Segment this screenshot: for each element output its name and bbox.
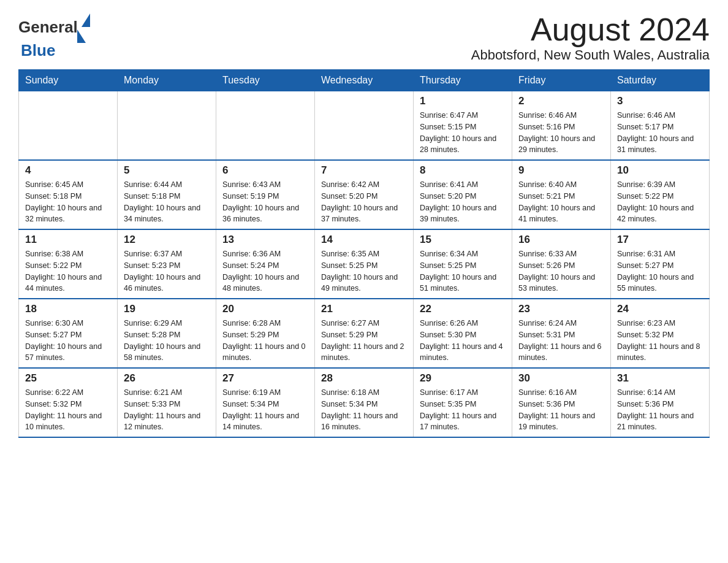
day-number: 24 (617, 303, 703, 315)
calendar-day-23: 23Sunrise: 6:24 AM Sunset: 5:31 PM Dayli… (512, 299, 611, 368)
calendar-day-7: 7Sunrise: 6:42 AM Sunset: 5:20 PM Daylig… (315, 160, 414, 229)
calendar-day-30: 30Sunrise: 6:16 AM Sunset: 5:36 PM Dayli… (512, 368, 611, 437)
calendar-table: SundayMondayTuesdayWednesdayThursdayFrid… (18, 69, 710, 438)
calendar-day-16: 16Sunrise: 6:33 AM Sunset: 5:26 PM Dayli… (512, 229, 611, 299)
location-title: Abbotsford, New South Wales, Australia (471, 47, 710, 63)
day-number: 11 (25, 234, 111, 246)
day-info: Sunrise: 6:23 AM Sunset: 5:32 PM Dayligh… (617, 318, 703, 364)
calendar-day-28: 28Sunrise: 6:18 AM Sunset: 5:34 PM Dayli… (315, 368, 414, 437)
calendar-day-18: 18Sunrise: 6:30 AM Sunset: 5:27 PM Dayli… (19, 299, 118, 368)
day-info: Sunrise: 6:28 AM Sunset: 5:29 PM Dayligh… (222, 318, 308, 364)
calendar-empty-cell (19, 91, 118, 161)
day-info: Sunrise: 6:31 AM Sunset: 5:27 PM Dayligh… (617, 248, 703, 294)
day-info: Sunrise: 6:14 AM Sunset: 5:36 PM Dayligh… (617, 387, 703, 433)
day-info: Sunrise: 6:43 AM Sunset: 5:19 PM Dayligh… (222, 179, 308, 225)
day-number: 19 (124, 303, 210, 315)
logo-general-text: General (18, 18, 78, 36)
calendar-week-row: 1Sunrise: 6:47 AM Sunset: 5:15 PM Daylig… (19, 91, 710, 161)
day-number: 4 (25, 164, 111, 177)
weekday-header-friday: Friday (512, 70, 611, 91)
day-number: 29 (420, 372, 506, 385)
logo-triangle-top (82, 13, 90, 27)
calendar-empty-cell (118, 91, 216, 161)
calendar-day-3: 3Sunrise: 6:46 AM Sunset: 5:17 PM Daylig… (611, 91, 710, 161)
day-info: Sunrise: 6:24 AM Sunset: 5:31 PM Dayligh… (518, 318, 604, 364)
day-info: Sunrise: 6:34 AM Sunset: 5:25 PM Dayligh… (420, 248, 506, 294)
calendar-day-13: 13Sunrise: 6:36 AM Sunset: 5:24 PM Dayli… (216, 229, 315, 299)
day-info: Sunrise: 6:16 AM Sunset: 5:36 PM Dayligh… (518, 387, 604, 433)
day-info: Sunrise: 6:30 AM Sunset: 5:27 PM Dayligh… (25, 318, 111, 364)
day-info: Sunrise: 6:45 AM Sunset: 5:18 PM Dayligh… (25, 179, 111, 225)
day-number: 3 (617, 95, 703, 107)
calendar-day-14: 14Sunrise: 6:35 AM Sunset: 5:25 PM Dayli… (315, 229, 414, 299)
day-info: Sunrise: 6:44 AM Sunset: 5:18 PM Dayligh… (124, 179, 210, 225)
day-info: Sunrise: 6:17 AM Sunset: 5:35 PM Dayligh… (420, 387, 506, 433)
day-number: 16 (518, 234, 604, 246)
day-info: Sunrise: 6:29 AM Sunset: 5:28 PM Dayligh… (124, 318, 210, 364)
calendar-day-27: 27Sunrise: 6:19 AM Sunset: 5:34 PM Dayli… (216, 368, 315, 437)
day-number: 7 (321, 164, 407, 177)
calendar-empty-cell (216, 91, 315, 161)
weekday-header-sunday: Sunday (19, 70, 118, 91)
logo-blue-text: Blue (18, 42, 90, 59)
day-number: 10 (617, 164, 703, 177)
calendar-day-8: 8Sunrise: 6:41 AM Sunset: 5:20 PM Daylig… (414, 160, 512, 229)
day-info: Sunrise: 6:33 AM Sunset: 5:26 PM Dayligh… (518, 248, 604, 294)
calendar-day-24: 24Sunrise: 6:23 AM Sunset: 5:32 PM Dayli… (611, 299, 710, 368)
day-number: 26 (124, 372, 210, 385)
calendar-day-4: 4Sunrise: 6:45 AM Sunset: 5:18 PM Daylig… (19, 160, 118, 229)
calendar-week-row: 4Sunrise: 6:45 AM Sunset: 5:18 PM Daylig… (19, 160, 710, 229)
day-number: 17 (617, 234, 703, 246)
calendar-day-21: 21Sunrise: 6:27 AM Sunset: 5:29 PM Dayli… (315, 299, 414, 368)
day-info: Sunrise: 6:40 AM Sunset: 5:21 PM Dayligh… (518, 179, 604, 225)
day-number: 21 (321, 303, 407, 315)
day-number: 23 (518, 303, 604, 315)
month-title: August 2024 (471, 12, 710, 47)
day-info: Sunrise: 6:46 AM Sunset: 5:17 PM Dayligh… (617, 110, 703, 156)
weekday-header-monday: Monday (118, 70, 216, 91)
day-number: 25 (25, 372, 111, 385)
day-number: 22 (420, 303, 506, 315)
day-info: Sunrise: 6:41 AM Sunset: 5:20 PM Dayligh… (420, 179, 506, 225)
day-info: Sunrise: 6:22 AM Sunset: 5:32 PM Dayligh… (25, 387, 111, 433)
calendar-day-26: 26Sunrise: 6:21 AM Sunset: 5:33 PM Dayli… (118, 368, 216, 437)
day-info: Sunrise: 6:39 AM Sunset: 5:22 PM Dayligh… (617, 179, 703, 225)
calendar-day-1: 1Sunrise: 6:47 AM Sunset: 5:15 PM Daylig… (414, 91, 512, 161)
calendar-day-19: 19Sunrise: 6:29 AM Sunset: 5:28 PM Dayli… (118, 299, 216, 368)
day-info: Sunrise: 6:35 AM Sunset: 5:25 PM Dayligh… (321, 248, 407, 294)
day-number: 28 (321, 372, 407, 385)
calendar-day-31: 31Sunrise: 6:14 AM Sunset: 5:36 PM Dayli… (611, 368, 710, 437)
calendar-day-12: 12Sunrise: 6:37 AM Sunset: 5:23 PM Dayli… (118, 229, 216, 299)
day-number: 27 (222, 372, 308, 385)
weekday-header-tuesday: Tuesday (216, 70, 315, 91)
day-number: 18 (25, 303, 111, 315)
calendar-week-row: 18Sunrise: 6:30 AM Sunset: 5:27 PM Dayli… (19, 299, 710, 368)
logo: General Blue (18, 12, 90, 59)
day-number: 30 (518, 372, 604, 385)
title-section: August 2024 Abbotsford, New South Wales,… (471, 12, 710, 63)
day-info: Sunrise: 6:38 AM Sunset: 5:22 PM Dayligh… (25, 248, 111, 294)
day-info: Sunrise: 6:18 AM Sunset: 5:34 PM Dayligh… (321, 387, 407, 433)
day-info: Sunrise: 6:26 AM Sunset: 5:30 PM Dayligh… (420, 318, 506, 364)
calendar-day-2: 2Sunrise: 6:46 AM Sunset: 5:16 PM Daylig… (512, 91, 611, 161)
calendar-day-15: 15Sunrise: 6:34 AM Sunset: 5:25 PM Dayli… (414, 229, 512, 299)
weekday-header-wednesday: Wednesday (315, 70, 414, 91)
calendar-day-10: 10Sunrise: 6:39 AM Sunset: 5:22 PM Dayli… (611, 160, 710, 229)
day-info: Sunrise: 6:27 AM Sunset: 5:29 PM Dayligh… (321, 318, 407, 364)
weekday-header-saturday: Saturday (611, 70, 710, 91)
day-number: 14 (321, 234, 407, 246)
day-number: 6 (222, 164, 308, 177)
calendar-day-25: 25Sunrise: 6:22 AM Sunset: 5:32 PM Dayli… (19, 368, 118, 437)
calendar-empty-cell (315, 91, 414, 161)
weekday-header-thursday: Thursday (414, 70, 512, 91)
day-number: 20 (222, 303, 308, 315)
page-header: General Blue August 2024 Abbotsford, New… (18, 12, 710, 63)
calendar-day-9: 9Sunrise: 6:40 AM Sunset: 5:21 PM Daylig… (512, 160, 611, 229)
day-number: 8 (420, 164, 506, 177)
day-info: Sunrise: 6:47 AM Sunset: 5:15 PM Dayligh… (420, 110, 506, 156)
day-number: 31 (617, 372, 703, 385)
day-number: 1 (420, 95, 506, 107)
day-number: 12 (124, 234, 210, 246)
logo-triangle-bottom (77, 29, 86, 43)
day-number: 9 (518, 164, 604, 177)
